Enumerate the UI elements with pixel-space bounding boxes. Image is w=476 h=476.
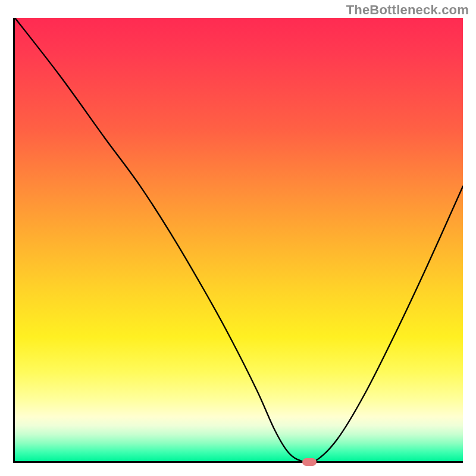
plot-area: [13, 18, 463, 463]
chart-container: TheBottleneck.com: [0, 0, 476, 476]
optimal-point-marker: [302, 458, 317, 466]
watermark-text: TheBottleneck.com: [346, 2, 469, 18]
bottleneck-curve: [15, 18, 463, 461]
